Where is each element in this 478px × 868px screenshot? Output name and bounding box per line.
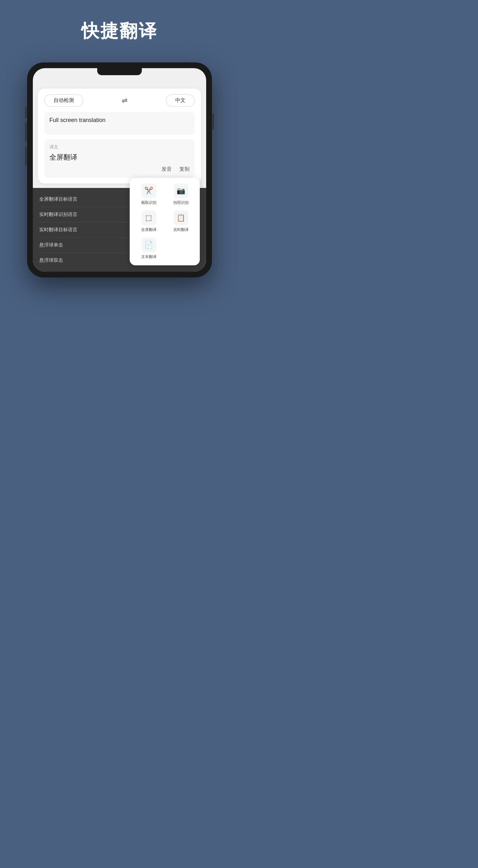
settings-label-3: 悬浮球单击 bbox=[39, 242, 63, 248]
quick-item-crop[interactable]: ✂️ 截取识别 bbox=[134, 184, 163, 206]
copy-button[interactable]: 复制 bbox=[179, 166, 189, 173]
target-lang-button[interactable]: 中文 bbox=[166, 94, 195, 107]
crop-icon: ✂️ bbox=[142, 184, 156, 198]
settings-label-4: 悬浮球双击 bbox=[39, 257, 63, 264]
volume-down-button bbox=[25, 147, 27, 166]
input-text: Full screen translation bbox=[50, 117, 106, 123]
phone-notch bbox=[97, 68, 142, 75]
settings-label-1: 实时翻译识别语言 bbox=[39, 212, 78, 218]
translation-card: 自动检测 ⇌ 中文 Full screen translation 译文 全屏翻… bbox=[38, 89, 201, 184]
quick-item-realtime[interactable]: 📋 实时翻译 bbox=[166, 211, 195, 232]
realtime-icon: 📋 bbox=[174, 211, 188, 225]
settings-label-0: 全屏翻译目标语言 bbox=[39, 196, 78, 202]
quick-item-fullscreen[interactable]: ⬚ 全屏翻译 bbox=[134, 211, 163, 232]
action-row: 发音 复制 bbox=[50, 166, 189, 173]
settings-label-2: 实时翻译目标语言 bbox=[39, 227, 78, 233]
swap-icon[interactable]: ⇌ bbox=[122, 96, 127, 105]
speak-button[interactable]: 发音 bbox=[161, 166, 172, 173]
quick-label-4: 文本翻译 bbox=[141, 254, 156, 259]
quick-label-0: 截取识别 bbox=[141, 200, 156, 206]
quick-label-3: 实时翻译 bbox=[173, 227, 189, 232]
camera-icon: 📷 bbox=[174, 184, 188, 198]
silent-button bbox=[25, 107, 27, 118]
quick-label-1: 拍照识别 bbox=[173, 200, 189, 206]
quick-item-text[interactable]: 📄 文本翻译 bbox=[134, 238, 163, 259]
phone-frame: 自动检测 ⇌ 中文 Full screen translation 译文 全屏翻… bbox=[27, 62, 212, 277]
output-text: 全屏翻译 bbox=[50, 153, 189, 162]
source-lang-button[interactable]: 自动检测 bbox=[44, 94, 83, 107]
fullscreen-icon: ⬚ bbox=[142, 211, 156, 225]
quick-panel-grid: ✂️ 截取识别 📷 拍照识别 ⬚ 全屏翻译 📋 实时翻译 bbox=[134, 184, 195, 259]
power-button bbox=[212, 114, 214, 129]
phone-screen: 自动检测 ⇌ 中文 Full screen translation 译文 全屏翻… bbox=[33, 68, 206, 272]
text-icon: 📄 bbox=[142, 238, 156, 252]
page-title: 快捷翻译 bbox=[81, 19, 158, 43]
screen-content: 自动检测 ⇌ 中文 Full screen translation 译文 全屏翻… bbox=[33, 68, 206, 272]
output-area: 译文 全屏翻译 发音 复制 bbox=[44, 139, 195, 178]
quick-item-photo[interactable]: 📷 拍照识别 bbox=[166, 184, 195, 206]
input-area[interactable]: Full screen translation bbox=[44, 112, 195, 135]
volume-up-button bbox=[25, 123, 27, 142]
quick-action-panel: ✂️ 截取识别 📷 拍照识别 ⬚ 全屏翻译 📋 实时翻译 bbox=[130, 178, 200, 265]
language-selector-row: 自动检测 ⇌ 中文 bbox=[44, 94, 195, 107]
quick-label-2: 全屏翻译 bbox=[141, 227, 156, 232]
output-label: 译文 bbox=[50, 144, 189, 150]
